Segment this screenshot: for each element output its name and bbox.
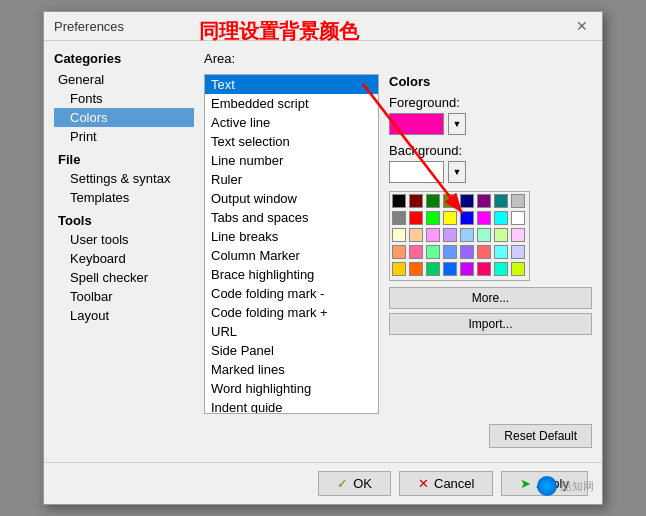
foreground-label: Foreground: <box>389 95 592 110</box>
area-list-item[interactable]: Text selection <box>205 132 378 151</box>
sidebar-item-print[interactable]: Print <box>54 127 194 146</box>
color-cell[interactable] <box>511 262 525 276</box>
color-cell[interactable] <box>460 262 474 276</box>
color-cell[interactable] <box>392 245 406 259</box>
color-cell[interactable] <box>409 228 423 242</box>
color-cell[interactable] <box>494 262 508 276</box>
sidebar-item-toolbar[interactable]: Toolbar <box>54 287 194 306</box>
sidebar-section-tools: Tools <box>54 211 194 230</box>
color-cell[interactable] <box>443 245 457 259</box>
area-list-item[interactable]: Code folding mark + <box>205 303 378 322</box>
sidebar-item-colors[interactable]: Colors <box>54 108 194 127</box>
color-cell[interactable] <box>477 194 491 208</box>
foreground-swatch[interactable] <box>389 113 444 135</box>
area-list-item[interactable]: Tabs and spaces <box>205 208 378 227</box>
ok-checkmark-icon: ✓ <box>337 476 348 491</box>
color-grid <box>389 191 530 281</box>
more-button[interactable]: More... <box>389 287 592 309</box>
background-label: Background: <box>389 143 592 158</box>
color-cell[interactable] <box>409 194 423 208</box>
bottom-bar: ✓ OK ✕ Cancel ➤ Apply <box>44 462 602 504</box>
color-cell[interactable] <box>409 211 423 225</box>
area-list-container: TextEmbedded scriptActive lineText selec… <box>204 74 592 414</box>
colors-title: Colors <box>389 74 592 89</box>
color-cell[interactable] <box>511 194 525 208</box>
area-list-item[interactable]: Text <box>205 75 378 94</box>
area-list-item[interactable]: Indent guide <box>205 398 378 414</box>
background-swatch[interactable] <box>389 161 444 183</box>
title-bar: Preferences ✕ <box>44 12 602 41</box>
color-cell[interactable] <box>477 262 491 276</box>
area-list-item[interactable]: Word highlighting <box>205 379 378 398</box>
color-cell[interactable] <box>477 211 491 225</box>
ok-button[interactable]: ✓ OK <box>318 471 391 496</box>
reset-default-button[interactable]: Reset Default <box>489 424 592 448</box>
area-list[interactable]: TextEmbedded scriptActive lineText selec… <box>204 74 379 414</box>
cancel-button[interactable]: ✕ Cancel <box>399 471 493 496</box>
color-cell[interactable] <box>426 194 440 208</box>
area-list-item[interactable]: Output window <box>205 189 378 208</box>
color-cell[interactable] <box>477 245 491 259</box>
color-cell[interactable] <box>392 228 406 242</box>
color-cell[interactable] <box>511 245 525 259</box>
foreground-dropdown-button[interactable]: ▼ <box>448 113 466 135</box>
color-cell[interactable] <box>392 194 406 208</box>
color-cell[interactable] <box>511 228 525 242</box>
area-list-item[interactable]: URL <box>205 322 378 341</box>
color-cell[interactable] <box>460 211 474 225</box>
area-list-item[interactable]: Active line <box>205 113 378 132</box>
color-cell[interactable] <box>443 211 457 225</box>
color-cell[interactable] <box>494 245 508 259</box>
area-list-item[interactable]: Side Panel <box>205 341 378 360</box>
import-button[interactable]: Import... <box>389 313 592 335</box>
sidebar-section-file: File <box>54 150 194 169</box>
color-cell[interactable] <box>443 228 457 242</box>
color-cell[interactable] <box>494 211 508 225</box>
cancel-x-icon: ✕ <box>418 476 429 491</box>
color-cell[interactable] <box>511 211 525 225</box>
background-dropdown-button[interactable]: ▼ <box>448 161 466 183</box>
area-list-item[interactable]: Embedded script <box>205 94 378 113</box>
sidebar-item-general[interactable]: General <box>54 70 194 89</box>
sidebar-item-layout[interactable]: Layout <box>54 306 194 325</box>
color-cell[interactable] <box>443 262 457 276</box>
sidebar-item-keyboard[interactable]: Keyboard <box>54 249 194 268</box>
area-list-item[interactable]: Marked lines <box>205 360 378 379</box>
categories-header: Categories <box>54 51 194 66</box>
area-list-item[interactable]: Line number <box>205 151 378 170</box>
sidebar-item-settings-syntax[interactable]: Settings & syntax <box>54 169 194 188</box>
dialog-body: Categories General Fonts Colors Print Fi… <box>44 41 602 462</box>
sidebar-item-fonts[interactable]: Fonts <box>54 89 194 108</box>
color-cell[interactable] <box>443 194 457 208</box>
color-cell[interactable] <box>409 245 423 259</box>
area-list-item[interactable]: Line breaks <box>205 227 378 246</box>
color-cell[interactable] <box>426 262 440 276</box>
sidebar-item-user-tools[interactable]: User tools <box>54 230 194 249</box>
color-cell[interactable] <box>392 262 406 276</box>
color-cell[interactable] <box>426 228 440 242</box>
area-list-item[interactable]: Brace highlighting <box>205 265 378 284</box>
area-list-wrapper: TextEmbedded scriptActive lineText selec… <box>204 74 379 414</box>
color-cell[interactable] <box>494 194 508 208</box>
sidebar-item-spell-checker[interactable]: Spell checker <box>54 268 194 287</box>
area-list-item[interactable]: Column Marker <box>205 246 378 265</box>
cancel-label: Cancel <box>434 476 474 491</box>
area-list-item[interactable]: Code folding mark - <box>205 284 378 303</box>
color-cell[interactable] <box>426 245 440 259</box>
dialog-title: Preferences <box>54 19 124 34</box>
sidebar-item-templates[interactable]: Templates <box>54 188 194 207</box>
color-cell[interactable] <box>392 211 406 225</box>
area-label: Area: <box>204 51 592 66</box>
watermark: 酷知网 <box>537 476 594 496</box>
color-cell[interactable] <box>460 194 474 208</box>
close-button[interactable]: ✕ <box>572 18 592 34</box>
color-cell[interactable] <box>494 228 508 242</box>
color-cell[interactable] <box>409 262 423 276</box>
area-list-item[interactable]: Ruler <box>205 170 378 189</box>
color-cell[interactable] <box>460 228 474 242</box>
color-cell[interactable] <box>477 228 491 242</box>
foreground-picker-row: ▼ <box>389 113 592 135</box>
color-cell[interactable] <box>426 211 440 225</box>
color-cell[interactable] <box>460 245 474 259</box>
main-area: Area: TextEmbedded scriptActive lineText… <box>204 51 592 452</box>
